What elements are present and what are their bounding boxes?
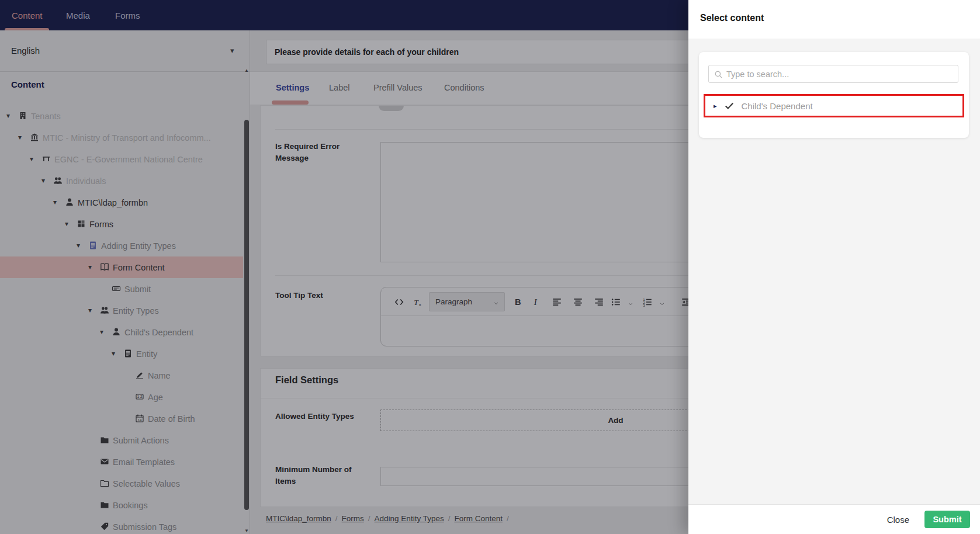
app-window: ContentMediaForms English ▾ Content ▾Ten… xyxy=(0,0,980,534)
panel-title: Select content xyxy=(700,13,764,23)
expand-caret-icon[interactable]: ▸ xyxy=(714,102,717,110)
panel-picker-card: ▸Child's Dependent xyxy=(699,52,969,138)
picker-item-child-s-dependent[interactable]: ▸Child's Dependent xyxy=(704,94,964,117)
submit-button[interactable]: Submit xyxy=(924,511,970,528)
search-input[interactable] xyxy=(726,66,954,82)
search-field[interactable] xyxy=(708,65,958,83)
picker-item-label: Child's Dependent xyxy=(742,101,813,111)
panel-footer: Close Submit xyxy=(688,504,980,534)
search-icon xyxy=(714,70,723,79)
select-content-panel: Select content ▸Child's Dependent Close … xyxy=(688,0,980,534)
panel-body: ▸Child's Dependent xyxy=(688,39,980,504)
close-button[interactable]: Close xyxy=(887,515,909,525)
checkmark-icon xyxy=(724,100,735,111)
modal-dim-overlay xyxy=(0,0,688,534)
panel-header: Select content xyxy=(688,0,980,39)
